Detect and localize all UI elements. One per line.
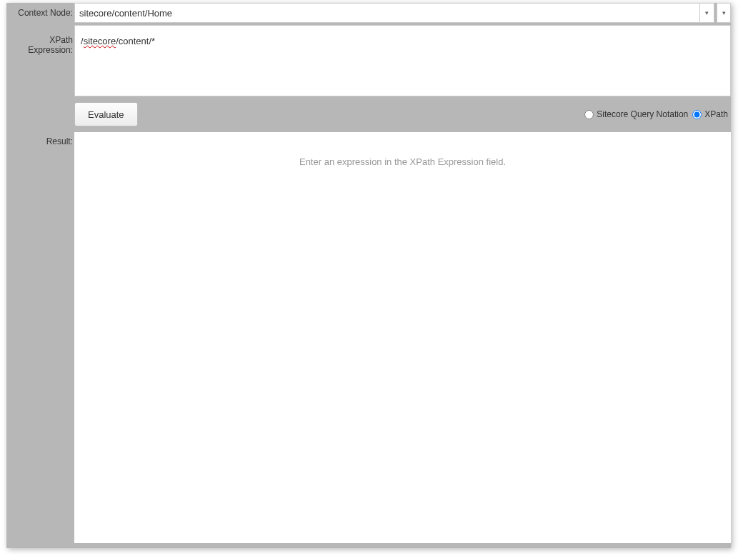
result-placeholder: Enter an expression in the XPath Express… [299, 156, 506, 167]
xpath-notation-option[interactable]: XPath [688, 109, 728, 119]
context-node-browse-button[interactable]: ▾ [717, 3, 731, 23]
context-node-label: Context Node: [6, 3, 74, 18]
result-label: Result: [6, 132, 74, 146]
result-pane: Enter an expression in the XPath Express… [74, 132, 731, 543]
xpath-notation-label: XPath [704, 109, 728, 119]
sitecore-notation-option[interactable]: Sitecore Query Notation [580, 109, 688, 119]
context-node-row: Context Node: ▾ ▾ [6, 3, 731, 24]
caret-down-icon: ▾ [705, 9, 709, 16]
sitecore-notation-radio[interactable] [584, 110, 594, 119]
evaluate-button[interactable]: Evaluate [74, 102, 138, 126]
xpath-expression-label: XPath Expression: [6, 24, 74, 55]
notation-radio-group: Sitecore Query Notation XPath [580, 109, 731, 119]
toolbar: Evaluate Sitecore Query Notation XPath [6, 96, 731, 132]
context-node-input[interactable] [74, 3, 700, 23]
xpath-expression-input[interactable]: /sitecore/content/* [74, 25, 731, 96]
sitecore-notation-label: Sitecore Query Notation [597, 109, 688, 119]
xpath-notation-radio[interactable] [692, 110, 702, 119]
xpath-builder-panel: Context Node: ▾ ▾ XPath Expression: /sit… [6, 3, 731, 548]
caret-down-icon: ▾ [722, 9, 726, 16]
context-node-dropdown-button[interactable]: ▾ [700, 3, 714, 23]
result-row: Result: Enter an expression in the XPath… [6, 132, 731, 543]
xpath-expression-row: XPath Expression: /sitecore/content/* [6, 24, 731, 96]
